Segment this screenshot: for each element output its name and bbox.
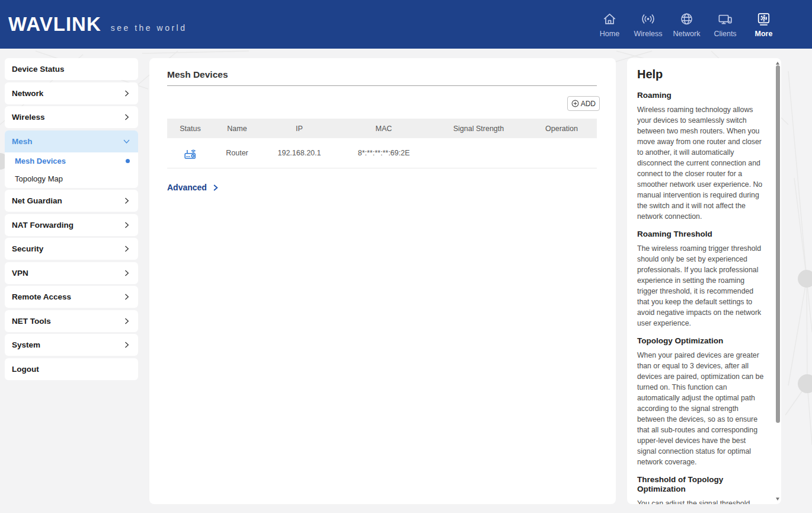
sidebar-item-network[interactable]: Network — [5, 82, 138, 104]
help-section-heading: Roaming — [637, 83, 756, 100]
home-icon — [602, 11, 618, 27]
sidebar-card-net-tools: NET Tools — [5, 310, 138, 332]
more-icon — [756, 11, 772, 27]
sidebar-subitem-label: Topology Map — [15, 174, 63, 183]
sidebar-item-remote-access[interactable]: Remote Access — [5, 286, 138, 308]
table-row: Router192.168.20.18*:**:**:**:69:2E — [167, 138, 597, 168]
plus-circle-icon — [571, 100, 579, 107]
topnav-item-wireless[interactable]: Wireless — [629, 11, 667, 38]
top-header: WAVLINK see the world HomeWirelessNetwor… — [0, 0, 812, 49]
table-header-mac: MAC — [338, 125, 430, 133]
wireless-icon — [640, 11, 656, 27]
add-button-label: ADD — [581, 100, 596, 108]
topnav-item-clients[interactable]: Clients — [706, 11, 744, 38]
sidebar-subitem-label: Mesh Devices — [15, 157, 66, 165]
active-dot — [126, 159, 130, 163]
sidebar-item-label: System — [12, 340, 40, 349]
cell-mac: 8*:**:**:**:69:2E — [358, 149, 410, 157]
sidebar-item-wireless[interactable]: Wireless — [5, 106, 138, 128]
sidebar-item-label: Device Status — [12, 65, 65, 74]
sidebar-item-system[interactable]: System — [5, 334, 138, 356]
sidebar-item-label: Mesh — [12, 137, 33, 146]
help-section-body: Wireless roaming technology allows your … — [637, 100, 765, 222]
sidebar-card-network: Network — [5, 82, 138, 104]
page-title: Mesh Devices — [167, 69, 597, 80]
sidebar-item-label: Security — [12, 244, 43, 253]
sidebar-card-device-status: Device Status — [5, 58, 138, 80]
help-section-heading: Threshold of Topology Optimization — [637, 467, 756, 494]
table-header-status: Status — [167, 125, 213, 133]
toolbar: ADD — [167, 96, 597, 111]
cell-name: Router — [226, 149, 248, 157]
help-title: Help — [637, 68, 763, 83]
title-divider — [167, 85, 597, 86]
scroll-thumb[interactable] — [776, 65, 780, 423]
help-scrollbar[interactable] — [775, 59, 781, 503]
chevron-right-icon — [123, 197, 130, 205]
sidebar-item-security[interactable]: Security — [5, 238, 138, 260]
sidebar-card-remote-access: Remote Access — [5, 286, 138, 308]
topnav-label: Clients — [714, 30, 736, 38]
help-section-body: The wireless roaming trigger threshold s… — [637, 239, 765, 329]
sidebar-item-nat-forwarding[interactable]: NAT Forwarding — [5, 214, 138, 236]
sidebar-item-label: Logout — [12, 365, 39, 374]
chevron-right-icon — [123, 341, 130, 349]
sidebar-card-system: System — [5, 334, 138, 356]
chevron-right-icon — [123, 293, 130, 301]
sidebar-item-label: NET Tools — [12, 317, 51, 326]
advanced-label: Advanced — [167, 183, 207, 192]
help-section-heading: Roaming Threshold — [637, 222, 756, 239]
sidebar-card-vpn: VPN — [5, 262, 138, 284]
chevron-right-icon — [123, 90, 130, 97]
brand-tagline: see the world — [111, 23, 187, 33]
sidebar-item-logout[interactable]: Logout — [5, 358, 138, 380]
table-header-signal-strength: Signal Strength — [430, 125, 528, 133]
sidebar-subitem-mesh-devices[interactable]: Mesh Devices — [5, 152, 138, 170]
chevron-right-icon — [123, 113, 130, 121]
router-icon — [183, 146, 198, 161]
help-section-roaming: RoamingWireless roaming technology allow… — [637, 83, 763, 222]
sidebar-item-vpn[interactable]: VPN — [5, 262, 138, 284]
chevron-right-icon — [123, 269, 130, 277]
add-button[interactable]: ADD — [567, 96, 600, 111]
sidebar-item-net-tools[interactable]: NET Tools — [5, 310, 138, 332]
chevron-right-icon — [123, 317, 130, 325]
help-section-threshold-of-topology-optimization: Threshold of Topology OptimizationYou ca… — [637, 467, 763, 504]
sidebar-card-mesh: MeshMesh DevicesTopology Map — [5, 130, 138, 188]
topnav-label: Wireless — [634, 30, 663, 38]
chevron-right-icon — [212, 184, 219, 192]
help-section-body: You can adjust the signal threshold — [637, 494, 765, 504]
sidebar: Device StatusNetworkWirelessMeshMesh Dev… — [5, 58, 138, 382]
topnav-label: Home — [600, 30, 619, 38]
help-section-roaming-threshold: Roaming ThresholdThe wireless roaming tr… — [637, 222, 763, 329]
cell-ip: 192.168.20.1 — [278, 149, 321, 157]
topnav-item-home[interactable]: Home — [590, 11, 629, 38]
chevron-down-icon — [123, 138, 130, 145]
top-nav: HomeWirelessNetworkClientsMore — [590, 11, 812, 38]
scroll-up-arrow[interactable] — [776, 62, 779, 65]
sidebar-card-wireless: Wireless — [5, 106, 138, 128]
table-header-ip: IP — [261, 125, 338, 133]
sidebar-item-device-status[interactable]: Device Status — [5, 58, 138, 80]
sidebar-item-label: NAT Forwarding — [12, 221, 73, 230]
chevron-right-icon — [123, 221, 130, 229]
table-header-name: Name — [213, 125, 261, 133]
sidebar-card-security: Security — [5, 238, 138, 260]
scroll-down-arrow[interactable] — [776, 498, 779, 501]
sidebar-card-logout: Logout — [5, 358, 138, 380]
brand: WAVLINK see the world — [0, 13, 187, 36]
mesh-devices-table: StatusNameIPMACSignal StrengthOperationR… — [167, 119, 597, 168]
chevron-right-icon — [123, 245, 130, 253]
advanced-link[interactable]: Advanced — [167, 183, 219, 192]
sidebar-item-label: Net Guardian — [12, 196, 62, 205]
sidebar-item-net-guardian[interactable]: Net Guardian — [5, 190, 138, 212]
table-header-row: StatusNameIPMACSignal StrengthOperation — [167, 119, 597, 138]
help-section-heading: Topology Optimization — [637, 329, 756, 346]
topnav-item-network[interactable]: Network — [667, 11, 706, 38]
topnav-item-more[interactable]: More — [744, 11, 783, 38]
sidebar-subitem-topology-map[interactable]: Topology Map — [5, 170, 138, 188]
help-section-body: When your paired devices are greater tha… — [637, 346, 765, 467]
sidebar-item-mesh[interactable]: Mesh — [5, 130, 138, 152]
sidebar-item-label: Network — [12, 89, 43, 98]
sidebar-card-nat-forwarding: NAT Forwarding — [5, 214, 138, 236]
